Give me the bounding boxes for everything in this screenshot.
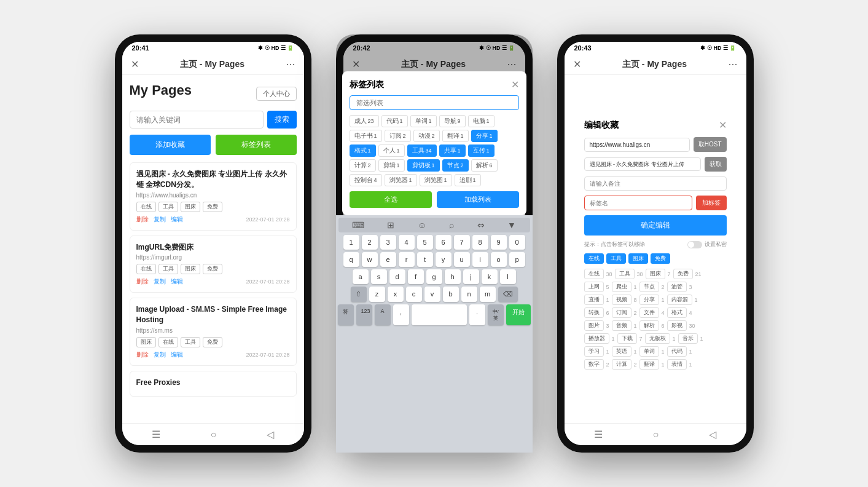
tag-chip[interactable]: 图床: [181, 202, 200, 212]
tag-chip[interactable]: 工具: [181, 337, 200, 347]
tag-all-表情[interactable]: 表情: [667, 359, 687, 370]
kb-arrows-icon[interactable]: ⇔: [477, 220, 485, 230]
current-tag-图床[interactable]: 图床: [628, 253, 648, 264]
kb-key-a[interactable]: a: [353, 269, 369, 284]
tag-chip[interactable]: 在线: [158, 337, 178, 347]
tag-chip[interactable]: 免费: [203, 202, 222, 212]
tag-all-英语[interactable]: 英语: [612, 346, 631, 357]
tag-all-订阅[interactable]: 订阅: [612, 307, 631, 318]
copy-btn-0[interactable]: 复制: [154, 215, 166, 224]
tag-item-共享[interactable]: 共享 1: [439, 145, 466, 157]
kb-key-r[interactable]: r: [399, 252, 415, 267]
kb-key-i[interactable]: i: [472, 252, 488, 267]
tag-item-订阅[interactable]: 订阅 2: [385, 130, 411, 142]
tag-item-计算[interactable]: 计算 2: [350, 159, 376, 172]
tag-all-视频[interactable]: 视频: [612, 295, 631, 305]
kb-key-s[interactable]: s: [371, 269, 387, 284]
kb-key-5[interactable]: 5: [417, 235, 433, 250]
tag-all-学习[interactable]: 学习: [584, 346, 604, 357]
tag-all-油管[interactable]: 油管: [667, 282, 687, 292]
tag-all-翻译[interactable]: 翻译: [639, 359, 659, 370]
kb-key-3[interactable]: 3: [380, 235, 396, 250]
tag-all-图床[interactable]: 图床: [646, 269, 665, 279]
tag-all-无版权[interactable]: 无版权: [645, 333, 670, 344]
privacy-toggle[interactable]: 设置私密: [687, 240, 727, 248]
kb-key-w[interactable]: w: [362, 252, 378, 267]
tag-all-解析[interactable]: 解析: [639, 320, 659, 331]
tag-all-工具[interactable]: 工具: [615, 269, 635, 279]
add-tag-btn[interactable]: 加标签: [696, 196, 727, 210]
close-icon-1[interactable]: ✕: [131, 58, 139, 70]
kb-key-m[interactable]: m: [480, 287, 496, 302]
tag-item-剪辑[interactable]: 剪辑 1: [378, 159, 405, 172]
tag-item-工具[interactable]: 工具 34: [407, 145, 437, 157]
select-all-btn[interactable]: 全选: [350, 191, 432, 208]
tag-all-音乐[interactable]: 音乐: [678, 333, 698, 344]
kb-key-space[interactable]: [412, 304, 467, 325]
nav-back-icon-3[interactable]: ◁: [709, 429, 716, 440]
more-icon-3[interactable]: ···: [728, 58, 737, 71]
nav-back-icon[interactable]: ◁: [267, 429, 274, 440]
confirm-edit-btn[interactable]: 确定编辑: [584, 215, 727, 236]
tag-all-计算[interactable]: 计算: [612, 359, 631, 370]
kb-key-h[interactable]: h: [445, 269, 461, 284]
kb-emoji-icon[interactable]: ⌨: [352, 220, 364, 230]
kb-key-lang[interactable]: A: [375, 304, 391, 325]
more-icon-1[interactable]: ···: [286, 58, 295, 71]
personal-center-btn[interactable]: 个人中心: [256, 87, 297, 101]
kb-key-7[interactable]: 7: [454, 235, 470, 250]
current-tag-免费[interactable]: 免费: [651, 253, 670, 264]
kb-key-d[interactable]: d: [389, 269, 405, 284]
kb-key-f[interactable]: f: [408, 269, 424, 284]
kb-key-backspace[interactable]: ⌫: [498, 287, 518, 302]
kb-grid-icon[interactable]: ⊞: [387, 220, 394, 230]
copy-btn-2[interactable]: 复制: [154, 350, 166, 359]
add-bookmark-btn[interactable]: 添加收藏: [130, 135, 211, 155]
nav-home-icon-3[interactable]: ○: [653, 429, 659, 440]
search-input[interactable]: [130, 111, 264, 129]
edit-btn-2[interactable]: 编辑: [171, 350, 183, 359]
tag-all-播放器[interactable]: 播放器: [584, 333, 609, 344]
tag-chip[interactable]: 图床: [181, 264, 200, 274]
tag-all-直播[interactable]: 直播: [584, 295, 604, 305]
tag-chip[interactable]: 免费: [203, 264, 222, 274]
kb-key-2[interactable]: 2: [362, 235, 378, 250]
kb-key-y[interactable]: y: [436, 252, 452, 267]
note-input[interactable]: [584, 176, 727, 191]
tag-chip[interactable]: 在线: [136, 202, 156, 212]
tag-item-浏览图[interactable]: 浏览图 1: [420, 174, 452, 186]
tag-item-浏览器[interactable]: 浏览器 1: [385, 174, 417, 186]
kb-key-fu[interactable]: 符: [343, 304, 354, 325]
nav-menu-icon-3[interactable]: ☰: [594, 429, 603, 440]
tag-all-下载[interactable]: 下载: [617, 333, 637, 344]
close-icon-3[interactable]: ✕: [573, 58, 581, 70]
kb-key-u[interactable]: u: [454, 252, 470, 267]
kb-key-p[interactable]: p: [509, 252, 525, 267]
tag-all-文件[interactable]: 文件: [639, 307, 659, 318]
tags-search-input[interactable]: [350, 95, 519, 110]
tag-item-节点[interactable]: 节点 2: [442, 159, 469, 172]
tag-all-上网[interactable]: 上网: [584, 282, 604, 292]
kb-key-0[interactable]: 0: [509, 235, 525, 250]
kb-key-k[interactable]: k: [482, 269, 498, 284]
tag-all-音频[interactable]: 音频: [612, 320, 631, 331]
kb-face-icon[interactable]: ☺: [418, 220, 426, 230]
current-tag-在线[interactable]: 在线: [584, 253, 604, 264]
get-host-btn[interactable]: 取HOST: [694, 137, 727, 152]
kb-search-icon[interactable]: ⌕: [449, 220, 454, 230]
kb-key-z[interactable]: z: [369, 287, 385, 302]
kb-key-enter[interactable]: 开始: [506, 304, 525, 325]
kb-key-l[interactable]: l: [500, 269, 516, 284]
kb-key-n[interactable]: n: [461, 287, 477, 302]
kb-key-period[interactable]: .: [469, 304, 485, 325]
tag-all-在线[interactable]: 在线: [584, 269, 604, 279]
tag-item-追剧[interactable]: 追剧 1: [455, 174, 481, 186]
tag-all-爬虫[interactable]: 爬虫: [612, 282, 631, 292]
tag-all-内容源[interactable]: 内容源: [667, 295, 692, 305]
tag-item-单词[interactable]: 单词 1: [410, 115, 437, 127]
tag-item-动漫[interactable]: 动漫 2: [413, 130, 440, 142]
nav-home-icon[interactable]: ○: [211, 429, 217, 440]
tag-chip[interactable]: 在线: [136, 264, 156, 274]
tag-item-解析[interactable]: 解析 6: [471, 159, 498, 172]
kb-more-kb-icon[interactable]: ▼: [507, 220, 516, 230]
